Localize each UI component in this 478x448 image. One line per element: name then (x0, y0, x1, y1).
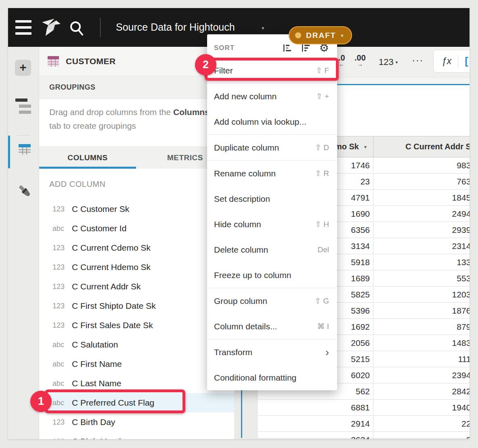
draft-label: DRAFT (306, 31, 336, 40)
cell-addr-sk[interactable]: 23947 (373, 367, 470, 383)
text-type-icon: abc (52, 224, 72, 233)
cell-addr-sk[interactable]: 19400 (373, 400, 470, 416)
hamburger-menu-icon[interactable] (15, 20, 31, 35)
menu-item-label: Transform (214, 348, 325, 357)
column-name: C Customer Sk (72, 204, 129, 214)
column-list-item[interactable]: abcC Last Name (39, 374, 234, 393)
menu-item-group-column[interactable]: Group column⇧ G (207, 288, 337, 314)
cell-addr-sk[interactable]: 27 (373, 432, 470, 439)
formula-bar[interactable]: ƒx [ (433, 50, 470, 73)
paintbrush-icon[interactable] (17, 183, 33, 199)
outline-panel-icon[interactable] (15, 98, 31, 115)
cell-addr-sk[interactable]: 5539 (373, 270, 470, 287)
numeric-type-icon: 123 (52, 244, 72, 252)
menu-item-transform[interactable]: Transform› (207, 339, 337, 365)
cell-addr-sk[interactable]: 23144 (373, 238, 470, 254)
workbook-title[interactable]: Source Data for Hightouch (116, 21, 235, 33)
draft-status-badge[interactable]: DRAFT ▾ (289, 26, 352, 44)
cell-addr-sk[interactable]: 24946 (373, 206, 470, 222)
cell-hdemo-sk[interactable]: 6881 (257, 400, 373, 416)
cell-addr-sk[interactable]: 9833 (373, 157, 470, 174)
cell-addr-sk[interactable]: 8797 (373, 319, 470, 335)
column-list-item[interactable]: 123C Birth Day (39, 412, 234, 432)
cell-addr-sk[interactable]: 1339 (373, 254, 470, 270)
sort-label: SORT (214, 44, 235, 52)
element-title: CUSTOMER (66, 57, 116, 66)
sort-ascending-icon[interactable] (282, 43, 292, 53)
menu-item-shortcut: ⇧ R (315, 169, 329, 178)
column-name: C First Shipto Date Sk (72, 301, 156, 311)
menu-item-shortcut: Del (317, 245, 329, 254)
column-list-item[interactable]: 123C Customer Sk (39, 199, 234, 219)
cell-addr-sk[interactable]: 29391 (373, 222, 470, 238)
column-list-item[interactable]: 123C Current Hdemo Sk (39, 257, 234, 277)
search-icon[interactable] (68, 19, 86, 37)
column-list-item[interactable]: abcC Preferred Cust Flag (39, 393, 234, 412)
column-name: C First Name (72, 359, 122, 369)
numeric-type-icon: 123 (52, 205, 72, 214)
menu-item-conditional-formatting[interactable]: Conditional formatting (207, 365, 337, 390)
add-element-button[interactable]: + (15, 60, 31, 76)
cell-addr-sk[interactable]: 1117 (373, 351, 470, 367)
tab-columns[interactable]: COLUMNS (39, 147, 136, 169)
numeric-type-icon: 123 (52, 321, 72, 330)
column-list-item[interactable]: 123C First Sales Date Sk (39, 316, 234, 335)
more-options-button[interactable]: ··· (412, 54, 423, 67)
element-panel-header: CUSTOMER (39, 47, 234, 76)
cell-addr-sk[interactable]: 223 (373, 416, 470, 432)
menu-item-shortcut: ⇧ G (314, 296, 329, 306)
title-dropdown-icon[interactable]: ▾ (262, 25, 264, 31)
menu-item-delete-column[interactable]: Delete columnDel (207, 237, 337, 262)
column-name: C Customer Id (72, 224, 126, 233)
column-name: C Last Name (72, 379, 122, 388)
menu-items: Filter⇧ FAdd new column⇧ +Add column via… (207, 58, 337, 390)
decrease-decimal-button[interactable]: .0 ← (338, 54, 345, 67)
column-name: C Current Cdemo Sk (72, 243, 151, 253)
menu-item-column-details[interactable]: Column details...⌘ I (207, 314, 337, 339)
column-header-addr-sk[interactable]: C Current Addr Sk (373, 136, 470, 157)
column-list-item[interactable]: abcC Customer Id (39, 219, 234, 238)
cell-addr-sk[interactable]: 18459 (373, 190, 470, 206)
menu-item-shortcut: ⌘ I (317, 322, 329, 331)
menu-item-label: Add new column (214, 92, 316, 101)
column-list-item[interactable]: 123C Current Cdemo Sk (39, 238, 234, 257)
menu-item-rename-column[interactable]: Rename column⇧ R (207, 161, 337, 186)
number-format-button[interactable]: 123 ▾ (379, 57, 398, 67)
text-type-icon: abc (52, 360, 72, 368)
menu-item-add-column-via-lookup[interactable]: Add column via lookup... (207, 109, 337, 134)
table-tool-icon[interactable] (18, 143, 31, 156)
menu-item-label: Rename column (214, 169, 315, 178)
cell-addr-sk[interactable]: 28426 (373, 383, 470, 400)
submenu-arrow-icon: › (325, 348, 329, 356)
chevron-down-icon[interactable]: ▾ (364, 144, 367, 150)
numeric-type-icon: 123 (52, 418, 72, 427)
menu-item-hide-column[interactable]: Hide column⇧ H (207, 211, 337, 237)
dragdrop-hint-text: Drag and drop columns from the (49, 107, 173, 117)
menu-item-duplicate-column[interactable]: Duplicate column⇧ D (207, 135, 337, 160)
column-list-item[interactable]: abcC First Name (39, 354, 234, 374)
menu-item-set-description[interactable]: Set description (207, 186, 337, 211)
column-list-item[interactable]: 123C Current Addr Sk (39, 277, 234, 296)
menu-item-add-new-column[interactable]: Add new column⇧ + (207, 84, 337, 109)
menu-item-freeze-up-to-column[interactable]: Freeze up to column (207, 262, 337, 288)
sort-descending-icon[interactable] (301, 43, 310, 53)
cell-addr-sk[interactable]: 18761 (373, 303, 470, 319)
cell-hdemo-sk[interactable]: 2634 (257, 432, 373, 439)
sigma-bird-logo[interactable] (41, 18, 61, 37)
menu-item-filter[interactable]: Filter⇧ F (207, 58, 337, 83)
add-column-label[interactable]: ADD COLUMN (39, 169, 234, 189)
column-list-item[interactable]: 123C Birth Month (39, 432, 234, 439)
plus-icon: + (19, 61, 27, 73)
cell-addr-sk[interactable]: 14837 (373, 335, 470, 351)
cell-hdemo-sk[interactable]: 2914 (257, 416, 373, 432)
cell-addr-sk[interactable]: 12033 (373, 287, 470, 303)
column-list-item[interactable]: abcC Salutation (39, 335, 234, 354)
cell-addr-sk[interactable]: 7634 (373, 174, 470, 190)
groupings-label: GROUPINGS (49, 83, 96, 92)
menu-item-shortcut: ⇧ D (315, 143, 329, 152)
groupings-section-header[interactable]: GROUPINGS (39, 76, 234, 99)
menu-item-label: Duplicate column (214, 143, 315, 153)
column-list-item[interactable]: 123C First Shipto Date Sk (39, 296, 234, 316)
increase-decimal-button[interactable]: .00 → (354, 54, 366, 67)
column-context-menu: SORT ⚙ Filter⇧ FAdd new column⇧ +Add c (207, 34, 337, 390)
